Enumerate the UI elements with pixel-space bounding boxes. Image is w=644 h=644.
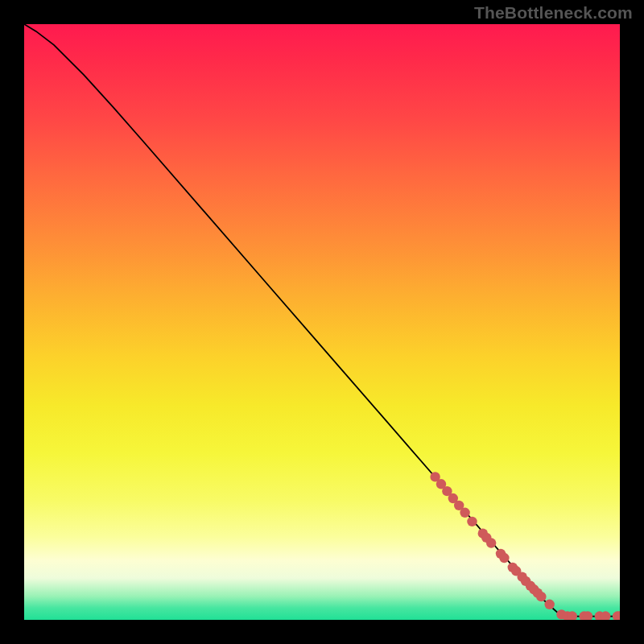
chart-marker xyxy=(467,517,477,526)
chart-marker xyxy=(536,592,546,601)
chart-marker xyxy=(499,553,509,563)
chart-marker xyxy=(544,600,554,609)
chart-plot-area xyxy=(24,24,620,620)
chart-marker xyxy=(486,538,496,547)
chart-svg xyxy=(24,24,620,620)
watermark-text: TheBottleneck.com xyxy=(474,3,633,23)
chart-curve xyxy=(24,24,620,617)
chart-marker xyxy=(460,508,469,518)
chart-markers xyxy=(430,472,620,620)
